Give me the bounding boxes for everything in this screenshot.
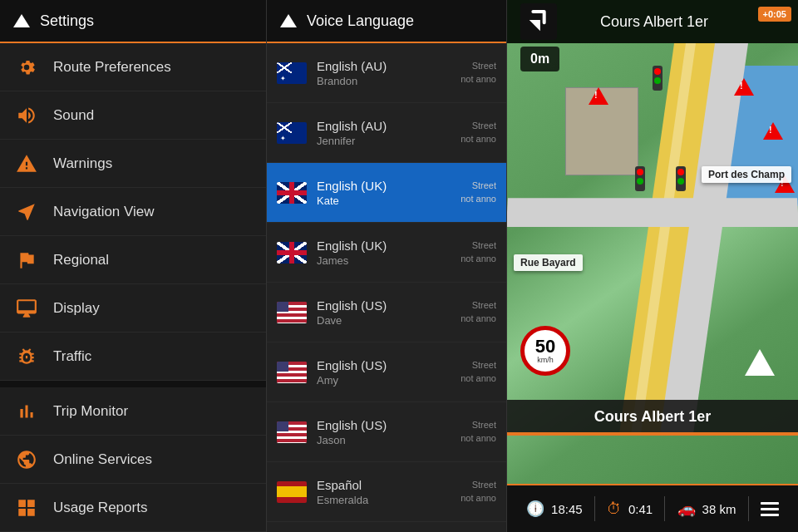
warning-icon [13,150,40,177]
menu-item-display[interactable]: Display [0,284,266,332]
voice-info-amy: English (US) Amy [317,358,451,387]
hamburger-line-3 [761,514,779,516]
menu-item-sound[interactable]: Sound [0,91,266,140]
voice-item-en-us-dave[interactable]: English (US) Dave Streetnot anno [267,283,506,342]
voice-language-panel: Voice Language English (AU) Brandon Stre… [266,0,507,532]
trip-monitor-label: Trip Monitor [53,403,128,420]
status-duration: ⏱ 0:41 [607,500,653,518]
menu-item-online-services[interactable]: Online Services [0,436,266,484]
voice-person-kate: Kate [317,195,451,207]
nav-orange-bar [507,432,798,436]
map-label-port: Port des Champ [702,166,791,183]
status-time-value: 18:45 [551,502,583,516]
voice-person-james: James [317,254,451,267]
settings-title: Settings [40,12,94,30]
menu-item-regional[interactable]: Regional [0,236,266,284]
time-warning-badge: +0:05 [758,7,791,22]
voice-street-jason: Streetnot anno [461,419,496,445]
au-flag-image [277,62,307,84]
voice-name-jennifer: English (AU) [317,119,451,133]
voice-item-en-au-brandon[interactable]: English (AU) Brandon Streetnot anno [267,43,506,103]
voice-street-amy: Streetnot anno [461,359,496,385]
menu-item-route-preferences[interactable]: Route Preferences [0,43,266,91]
status-time: 🕕 18:45 [526,500,583,518]
menu-hamburger-button[interactable] [761,502,779,516]
voice-item-en-us-jason[interactable]: English (US) Jason Streetnot anno [267,402,506,462]
back-arrow-icon[interactable] [13,14,30,27]
flag-icon [13,247,40,273]
voice-item-en-us-amy[interactable]: English (US) Amy Streetnot anno [267,342,506,402]
nav-status-bar: 🕕 18:45 ⏱ 0:41 🚗 38 km [507,484,798,532]
speed-number: 50 [535,337,555,356]
navigation-panel: Cours Albert 1er 0m +0:05 [507,0,798,532]
voice-person-jason: Jason [317,434,451,446]
menu-item-warnings[interactable]: Warnings [0,140,266,188]
nav-up-arrow-icon [745,349,775,376]
navigation-view-label: Navigation View [53,204,155,220]
hamburger-line-1 [761,502,779,505]
voice-item-en-uk-kate[interactable]: English (UK) Kate Streetnot anno [267,163,506,223]
traffic-icon [13,343,40,370]
flag-au [277,62,307,84]
au-flag-image-2 [277,122,307,144]
nav-street-name: Cours Albert 1er [600,13,708,31]
voice-name-jason: English (US) [317,418,451,432]
voice-item-en-au-jennifer[interactable]: English (AU) Jennifer Streetnot anno [267,103,506,163]
direction-arrow-icon [520,3,557,40]
voice-item-de[interactable]: Español Street [267,522,506,532]
voice-street-brandon: Streetnot anno [461,60,496,86]
voice-info-esmeralda: Español Esmeralda [317,478,451,506]
flag-us [277,302,307,323]
voice-back-arrow-icon[interactable] [280,14,297,27]
status-divider-1 [594,496,595,521]
status-distance-value: 38 km [702,502,736,516]
distance-icon: 🚗 [677,500,696,518]
map-icon [13,199,40,225]
voice-item-en-uk-james[interactable]: English (UK) James Streetnot anno [267,223,506,283]
chart-icon [13,398,40,425]
menu-divider [0,381,266,387]
route-preferences-label: Route Preferences [53,59,171,76]
voice-info-brandon: English (AU) Brandon [317,59,451,87]
voice-name-dave: English (US) [317,298,451,313]
sound-icon [13,102,40,129]
usage-reports-label: Usage Reports [53,500,147,516]
display-icon [13,295,40,322]
voice-info-james: English (UK) James [317,239,451,267]
voice-info-jason: English (US) Jason [317,418,451,446]
voice-street-jennifer: Streetnot anno [461,120,496,145]
nav-top-bar: Cours Albert 1er [507,0,798,43]
nav-distance: 0m [520,47,559,71]
status-divider-3 [748,496,749,521]
flag-us-2 [277,362,307,383]
menu-item-usage-reports[interactable]: Usage Reports [0,484,266,532]
menu-item-navigation-view[interactable]: Navigation View [0,188,266,236]
voice-name-amy: English (US) [317,358,451,372]
voice-item-es-esmeralda[interactable]: Español Esmeralda Streetnot anno [267,462,506,522]
voice-name-brandon: English (AU) [317,59,451,73]
nav-map: Port des Champ Rue Bayard 50 km/h Cours … [507,43,798,484]
status-distance: 🚗 38 km [677,500,736,518]
traffic-label: Traffic [53,348,91,365]
settings-header: Settings [0,0,266,43]
settings-panel: Settings Route Preferences Sound Warning… [0,0,266,532]
flag-us-3 [277,421,307,443]
voice-language-title: Voice Language [307,12,414,30]
voice-info-jennifer: English (AU) Jennifer [317,119,451,147]
menu-item-traffic[interactable]: Traffic [0,332,266,381]
voice-info-dave: English (US) Dave [317,298,451,327]
map-label-rue-bayard: Rue Bayard [514,254,583,271]
us-flag-image-3 [277,421,307,443]
nav-bottom-street-label: Cours Albert 1er [507,400,798,434]
duration-icon: ⏱ [607,500,622,518]
menu-item-trip-monitor[interactable]: Trip Monitor [0,387,266,436]
clock-icon: 🕕 [526,500,544,518]
online-services-label: Online Services [53,451,152,468]
uk-flag-image-2 [277,242,307,264]
voice-info-kate: English (UK) Kate [317,179,451,207]
voice-name-esmeralda: Español [317,478,451,492]
flag-au-2 [277,122,307,144]
regional-label: Regional [53,252,109,268]
voice-person-dave: Dave [317,314,451,327]
uk-flag-image [277,182,307,204]
